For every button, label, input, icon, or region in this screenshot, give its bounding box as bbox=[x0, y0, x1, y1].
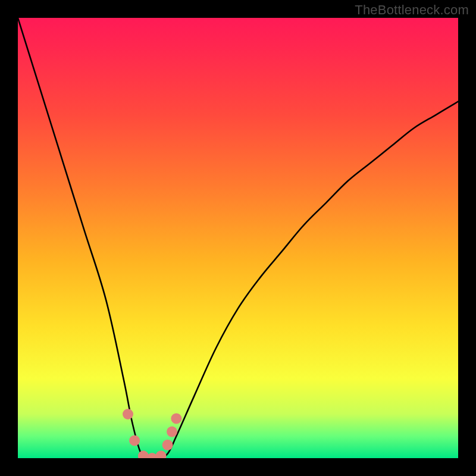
watermark-text: TheBottleneck.com bbox=[355, 2, 469, 18]
curve-marker bbox=[171, 413, 181, 424]
curve-marker bbox=[162, 440, 173, 450]
bottleneck-curve bbox=[18, 18, 458, 458]
curve-markers bbox=[123, 409, 181, 458]
chart-root: TheBottleneck.com bbox=[0, 0, 476, 476]
curve-marker bbox=[129, 435, 140, 446]
curve-marker bbox=[123, 409, 133, 419]
plot-area bbox=[18, 18, 458, 458]
curve-marker bbox=[167, 427, 177, 437]
curve-layer bbox=[18, 18, 458, 458]
curve-marker bbox=[156, 450, 167, 458]
